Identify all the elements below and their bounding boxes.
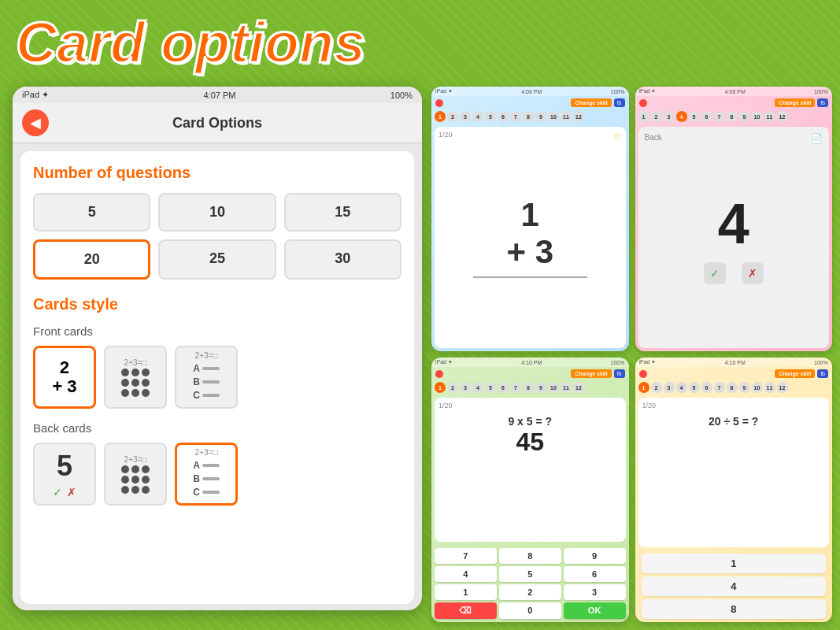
num-3-10[interactable]: 10 bbox=[548, 382, 559, 393]
num-2-11[interactable]: 11 bbox=[764, 111, 775, 122]
number-of-questions-title: Number of questions bbox=[33, 164, 401, 182]
num-2-4[interactable]: 4 bbox=[676, 111, 687, 122]
num-2-10[interactable]: 10 bbox=[752, 111, 763, 122]
battery-4: 100% bbox=[814, 360, 828, 365]
num-1-3[interactable]: 3 bbox=[460, 111, 471, 122]
front-list-style[interactable]: 2+3=□ A B C bbox=[175, 346, 238, 409]
num-2-12[interactable]: 12 bbox=[777, 111, 788, 122]
num-4-12[interactable]: 12 bbox=[777, 382, 788, 393]
fb-btn-1[interactable]: fb bbox=[614, 98, 625, 107]
num-1-7[interactable]: 7 bbox=[510, 111, 521, 122]
key-3[interactable]: 3 bbox=[564, 584, 626, 600]
key-2[interactable]: 2 bbox=[499, 584, 561, 600]
num-3-8[interactable]: 8 bbox=[523, 382, 534, 393]
num-2-3[interactable]: 3 bbox=[664, 111, 675, 122]
num-4-10[interactable]: 10 bbox=[752, 382, 763, 393]
back-list-style[interactable]: 2+3=□ A B C bbox=[175, 443, 238, 506]
key-4[interactable]: 4 bbox=[435, 566, 497, 582]
num-2-7[interactable]: 7 bbox=[714, 111, 725, 122]
num-1-12[interactable]: 12 bbox=[573, 111, 584, 122]
fb-btn-2[interactable]: fb bbox=[817, 98, 828, 107]
back-dots-style[interactable]: 2+3=□ bbox=[104, 443, 167, 506]
change-skill-3[interactable]: Change skill bbox=[571, 369, 611, 378]
num-4-11[interactable]: 11 bbox=[764, 382, 775, 393]
question-3: 9 x 5 = ? bbox=[508, 415, 552, 428]
key-5[interactable]: 5 bbox=[499, 566, 561, 582]
num-4-5[interactable]: 5 bbox=[689, 382, 700, 393]
num-3-11[interactable]: 11 bbox=[561, 382, 572, 393]
front-dots-style[interactable]: 2+3=□ bbox=[104, 346, 167, 409]
fb-btn-4[interactable]: fb bbox=[817, 369, 828, 378]
battery-1: 100% bbox=[611, 89, 625, 94]
num-4-2[interactable]: 2 bbox=[651, 382, 662, 393]
qty-15[interactable]: 15 bbox=[284, 193, 401, 232]
num-3-9[interactable]: 9 bbox=[535, 382, 546, 393]
num-3-4[interactable]: 4 bbox=[472, 382, 483, 393]
change-skill-2[interactable]: Change skill bbox=[775, 98, 815, 107]
num-2-6[interactable]: 6 bbox=[701, 111, 712, 122]
num-2-5[interactable]: 5 bbox=[689, 111, 700, 122]
num-1-11[interactable]: 11 bbox=[561, 111, 572, 122]
num-4-1[interactable]: 1 bbox=[638, 382, 649, 393]
change-skill-4[interactable]: Change skill bbox=[775, 369, 815, 378]
num-3-3[interactable]: 3 bbox=[460, 382, 471, 393]
num-3-6[interactable]: 6 bbox=[498, 382, 509, 393]
cards-style-title: Cards style bbox=[33, 295, 401, 313]
underline-1 bbox=[473, 276, 588, 278]
num-1-8[interactable]: 8 bbox=[523, 111, 534, 122]
num-3-1[interactable]: 1 bbox=[435, 382, 446, 393]
qty-5[interactable]: 5 bbox=[33, 193, 150, 232]
num-4-6[interactable]: 6 bbox=[701, 382, 712, 393]
back-number-style[interactable]: 5 ✓ ✗ bbox=[33, 443, 96, 506]
status-center: 4:07 PM bbox=[203, 91, 235, 100]
num-4-3[interactable]: 3 bbox=[664, 382, 675, 393]
num-3-12[interactable]: 12 bbox=[573, 382, 584, 393]
key-8[interactable]: 8 bbox=[499, 548, 561, 564]
page-title: Card options bbox=[16, 14, 365, 71]
x-btn-2[interactable]: ✗ bbox=[742, 262, 764, 284]
number-row-2: 1 2 3 4 5 6 7 8 9 10 11 12 bbox=[635, 109, 833, 124]
check-btn-2[interactable]: ✓ bbox=[704, 262, 726, 284]
qty-25[interactable]: 25 bbox=[158, 239, 276, 280]
qty-20[interactable]: 20 bbox=[33, 239, 150, 280]
num-2-2[interactable]: 2 bbox=[651, 111, 662, 122]
num-1-5[interactable]: 5 bbox=[485, 111, 496, 122]
num-1-6[interactable]: 6 bbox=[498, 111, 509, 122]
key-9[interactable]: 9 bbox=[564, 548, 626, 564]
num-3-2[interactable]: 2 bbox=[447, 382, 458, 393]
num-1-9[interactable]: 9 bbox=[535, 111, 546, 122]
change-skill-1[interactable]: Change skill bbox=[571, 98, 611, 107]
key-del[interactable]: ⌫ bbox=[435, 602, 497, 619]
preview-inner-blue: 1/20 ☆ 1 + 3 bbox=[435, 127, 626, 348]
back-button[interactable]: ◀ bbox=[22, 109, 49, 136]
qty-30[interactable]: 30 bbox=[284, 239, 401, 280]
num-3-5[interactable]: 5 bbox=[485, 382, 496, 393]
num-4-7[interactable]: 7 bbox=[714, 382, 725, 393]
check-icon: ✓ bbox=[53, 486, 62, 498]
preview-inner-pink: Back 📄 4 ✓ ✗ bbox=[638, 127, 830, 348]
num-2-8[interactable]: 8 bbox=[727, 111, 738, 122]
num-4-8[interactable]: 8 bbox=[727, 382, 738, 393]
num-1-2[interactable]: 2 bbox=[447, 111, 458, 122]
num-2-9[interactable]: 9 bbox=[739, 111, 750, 122]
key-1[interactable]: 1 bbox=[435, 584, 497, 600]
option-8[interactable]: 8 bbox=[642, 599, 827, 619]
qty-10[interactable]: 10 bbox=[158, 193, 276, 232]
num-3-7[interactable]: 7 bbox=[510, 382, 521, 393]
key-0[interactable]: 0 bbox=[499, 602, 561, 619]
num-1-4[interactable]: 4 bbox=[472, 111, 483, 122]
num-1-1[interactable]: 1 bbox=[435, 111, 446, 122]
key-7[interactable]: 7 bbox=[435, 548, 497, 564]
num-1-10[interactable]: 10 bbox=[548, 111, 559, 122]
key-6[interactable]: 6 bbox=[564, 566, 626, 582]
status-right: 100% bbox=[390, 91, 413, 100]
front-math-style[interactable]: 2+ 3 bbox=[33, 346, 96, 409]
option-1[interactable]: 1 bbox=[642, 554, 827, 573]
num-2-1[interactable]: 1 bbox=[638, 111, 649, 122]
option-4[interactable]: 4 bbox=[642, 576, 827, 596]
num-4-4[interactable]: 4 bbox=[676, 382, 687, 393]
key-ok[interactable]: OK bbox=[564, 602, 626, 619]
preview-card-pink: iPad ✦ 4:06 PM 100% Change skill fb 1 2 … bbox=[635, 87, 833, 351]
fb-btn-3[interactable]: fb bbox=[614, 369, 625, 378]
num-4-9[interactable]: 9 bbox=[739, 382, 750, 393]
